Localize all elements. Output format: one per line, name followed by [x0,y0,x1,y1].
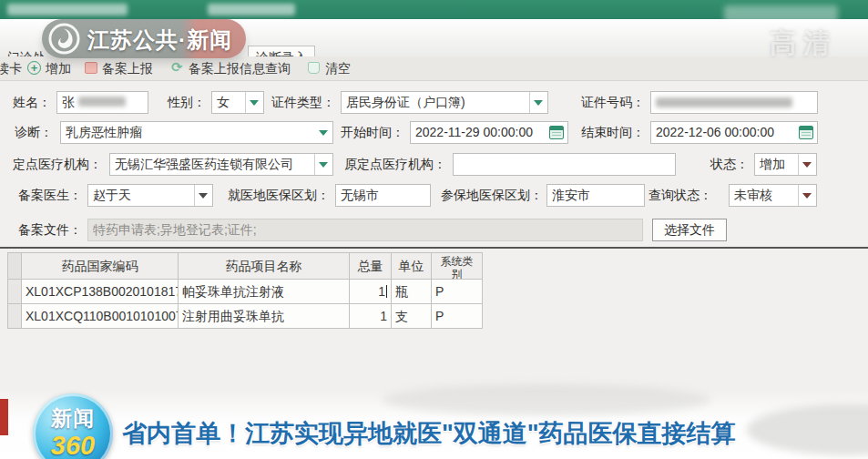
toolbar: 读卡 + 增加 备案上报 ⟳ 备案上报信息查询 清空 [0,56,868,81]
hospital-label: 定点医疗机构： [0,153,102,176]
panel-divider [0,247,868,249]
program-logo-text: 新闻 [33,404,113,433]
chevron-down-icon [802,162,812,168]
files-input[interactable]: 特药申请表;异地登记表;证件; [87,219,643,241]
gender-label: 性别： [128,91,206,114]
drug-table: 药品国家编码 药品项目名称 总量 单位 系统类别 XL01XCP138B0020… [7,252,483,329]
query-status-label: 查询状态： [638,184,712,207]
redacted-cert-no [656,97,792,107]
chevron-down-icon [199,193,208,199]
cell-code: XL01XCP138B002010181735 [22,280,179,304]
start-time-label: 开始时间： [310,121,404,144]
header-name: 药品项目名称 [179,252,350,280]
cert-no-label: 证件号码： [510,91,645,114]
treat-region-value: 无锡市 [341,188,379,202]
header-code: 药品国家编码 [22,252,179,280]
chevron-down-icon [802,193,812,199]
add-button[interactable]: 增加 [46,61,71,76]
dropdown-arrow-box[interactable] [194,185,212,206]
plus-icon: + [27,61,41,75]
status-value: 增加 [760,154,796,175]
query-status-value: 未审核 [734,185,796,206]
cell-qty: 1 [350,280,392,304]
diagnosis-value: 乳房恶性肿瘤 [66,122,312,143]
banner-swoosh [747,404,868,455]
hd-watermark: 高清 [770,26,837,62]
cell-qty: 1 [350,304,392,329]
end-time-input[interactable]: 2022-12-06 00:00:00 [650,121,818,144]
orig-hospital-input[interactable] [453,153,676,176]
calendar-icon[interactable] [799,126,813,139]
cell-sys: P [432,304,483,329]
drug-table-body: XL01XCP138B002010181735帕妥珠单抗注射液1瓶PXL01XC… [7,280,483,329]
status-label: 状态： [674,153,749,176]
cell-sys: P [432,280,483,304]
cert-type-label: 证件类型： [246,91,335,114]
diagnosis-select[interactable]: 乳房恶性肿瘤 [60,121,333,144]
cell-unit: 支 [392,304,432,329]
header-qty: 总量 [350,252,392,280]
hospital-value: 无锡汇华强盛医药连锁有限公司 [115,154,312,175]
header-unit: 单位 [392,252,432,280]
end-time-label: 结束时间： [546,121,645,144]
query-status-select[interactable]: 未审核 [729,184,817,207]
start-time-input[interactable]: 2022-11-29 00:00:00 [410,121,568,144]
cert-type-value: 居民身份证（户口簿) [346,92,527,113]
doctor-select[interactable]: 赵于天 [87,184,213,207]
cell-sel [7,280,22,304]
app-window: 门诊处 诊断录入 读卡 + 增加 备案上报 ⟳ 备案上报信息查询 清空 姓名： … [0,0,868,459]
program-logo: 新闻 360 [33,393,113,459]
cell-name: 帕妥珠单抗注射液 [179,280,350,304]
insured-region-input[interactable]: 淮安市 [546,184,645,207]
program-logo-number: 360 [33,431,113,459]
hospital-select[interactable]: 无锡汇华强盛医药连锁有限公司 [109,153,333,176]
blurred-menu-text [7,4,128,15]
files-label: 备案文件： [0,219,82,241]
choose-file-button[interactable]: 选择文件 [652,219,727,241]
insured-region-label: 参保地医保区划： [428,184,543,207]
news-banner: 新闻 360 省内首单！江苏实现异地就医"双通道"药品医保直接结算 [0,392,868,459]
report-button[interactable]: 备案上报 [102,61,153,76]
read-card-button[interactable]: 读卡 [0,61,22,76]
blurred-station-logo [724,5,838,24]
table-row[interactable]: XL01XCP138B002010181735帕妥珠单抗注射液1瓶P [7,280,483,304]
cert-no-input[interactable] [650,91,818,114]
channel-watermark: 江苏公共·新闻 [42,19,246,58]
banner-red-strip [0,399,8,435]
doctor-value: 赵于天 [93,185,192,206]
name-label: 姓名： [0,91,51,114]
report-query-button[interactable]: 备案上报信息查询 [189,61,291,76]
banner-swoosh [383,384,710,415]
cell-unit: 瓶 [392,280,432,304]
text-cursor [386,285,387,298]
dropdown-arrow-box[interactable] [798,185,816,206]
drug-table-header: 药品国家编码 药品项目名称 总量 单位 系统类别 [7,252,483,280]
name-value: 张 [62,95,75,109]
refresh-icon: ⟳ [171,59,183,76]
clear-button[interactable]: 清空 [325,61,351,76]
cell-sel [7,304,22,329]
dropdown-arrow-box[interactable] [798,154,816,175]
orig-hospital-label: 原定点医疗机构： [328,153,446,176]
treat-region-input[interactable]: 无锡市 [335,184,431,207]
end-time-value: 2022-12-06 00:00:00 [656,125,774,139]
cell-code: XL01XCQ110B001010100723 [22,304,179,329]
gender-value: 女 [217,92,243,113]
cell-name: 注射用曲妥珠单抗 [179,304,350,329]
channel-watermark-text: 江苏公共·新闻 [87,26,232,55]
header-selector [7,252,22,280]
report-icon [85,62,97,74]
news-headline: 省内首单！江苏实现异地就医"双通道"药品医保直接结算 [122,417,736,450]
diagnosis-label: 诊断： [0,121,53,144]
doctor-label: 备案医生： [0,184,82,207]
table-row[interactable]: XL01XCQ110B001010100723注射用曲妥珠单抗1支P [7,304,483,329]
start-time-value: 2022-11-29 00:00:00 [415,125,533,139]
redacted-name [78,97,126,107]
clear-icon [308,62,320,74]
channel-logo-icon [48,23,80,55]
status-select[interactable]: 增加 [754,153,817,176]
header-sys: 系统类别 [432,252,483,280]
blurred-menu-text [208,4,295,15]
treat-region-label: 就医地医保区划： [217,184,330,207]
chevron-down-icon [319,162,328,168]
